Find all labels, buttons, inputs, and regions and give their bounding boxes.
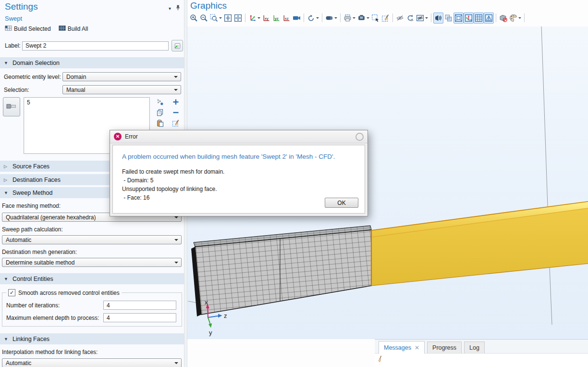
error-dialog-body: A problem occurred when building mesh fe…	[112, 145, 365, 214]
pin-icon[interactable]	[175, 4, 181, 13]
smooth-checkbox[interactable]: ✓	[8, 289, 15, 296]
hide-selected-button[interactable]	[395, 13, 405, 24]
expand-arrow-icon: ▷	[4, 177, 12, 182]
iterations-input[interactable]: 4	[103, 301, 176, 310]
wireframe-button[interactable]	[453, 13, 464, 24]
error-icon: ✕	[114, 133, 122, 140]
selection-list-item[interactable]: 5	[27, 99, 147, 106]
tab-log[interactable]: Log	[464, 342, 485, 353]
paste-button[interactable]	[156, 118, 164, 128]
interpolation-label: Interpolation method for linking faces:	[2, 349, 184, 355]
sweep-path-select[interactable]: Automatic	[2, 235, 182, 244]
reset-hiding-button[interactable]	[405, 13, 415, 24]
ok-button[interactable]: OK	[325, 198, 358, 208]
show-grid-icon	[475, 14, 483, 22]
remove-selection-button[interactable]	[172, 108, 180, 117]
build-selected-icon	[5, 25, 12, 33]
zoom-in-button[interactable]	[189, 13, 199, 24]
zoom-extents-button[interactable]	[223, 13, 233, 24]
zoom-selected-button[interactable]	[233, 13, 243, 24]
build-selected-button[interactable]: Build Selected	[5, 25, 51, 33]
section-label: Sweep Method	[12, 190, 52, 196]
clear-selection-button[interactable]	[172, 118, 180, 128]
triad-y-label: y	[209, 329, 212, 336]
build-all-button[interactable]: Build All	[59, 25, 88, 33]
zoom-out-button[interactable]	[199, 13, 209, 24]
show-grid-button[interactable]	[474, 13, 484, 24]
dropdown-caret-icon	[219, 17, 222, 20]
svg-text:xy: xy	[265, 16, 269, 20]
default-view-button[interactable]	[247, 13, 261, 24]
copy-selection-button[interactable]	[156, 97, 164, 107]
select-box-icon	[371, 14, 380, 22]
sweep-path-value: Automatic	[6, 237, 31, 243]
error-line: - Domain: 5	[122, 176, 356, 185]
color-palette-icon	[509, 14, 517, 22]
camera-icon	[293, 14, 301, 22]
dropdown-caret-icon	[518, 17, 521, 20]
view-xy-icon: xy	[262, 14, 270, 22]
interpolation-select[interactable]: Automatic	[2, 358, 182, 367]
dropdown-caret-icon	[367, 17, 369, 20]
default-view-icon	[248, 14, 257, 22]
color-palette-button[interactable]	[508, 13, 522, 24]
view-xy-button[interactable]: xy	[261, 13, 271, 24]
depth-input[interactable]: 4	[103, 313, 176, 322]
clear-log-button[interactable]	[377, 358, 383, 365]
geometric-entity-select[interactable]: Domain	[62, 72, 181, 81]
error-dialog: ✕ Error A problem occurred when building…	[110, 130, 368, 216]
dropdown-caret-icon	[353, 17, 355, 20]
no-material-icon	[499, 14, 507, 22]
active-selection-icon	[6, 102, 17, 112]
show-mesh-button[interactable]	[484, 13, 494, 24]
selected-domain[interactable]	[371, 201, 588, 286]
wireframe-icon	[454, 14, 463, 22]
close-tab-icon[interactable]: ✕	[415, 345, 419, 351]
active-selection-toggle-button[interactable]	[3, 97, 20, 116]
selection-select[interactable]: Manual	[62, 85, 181, 94]
toolbar-separator	[392, 13, 393, 22]
show-axis-button[interactable]	[464, 13, 474, 24]
reset-hiding-icon	[406, 14, 414, 22]
clear-selection-button[interactable]	[380, 13, 391, 24]
graphics-toolbar: xyyzxz	[187, 11, 588, 25]
view-yz-button[interactable]: yz	[271, 13, 282, 24]
section-linking-faces[interactable]: ▼ Linking Faces	[0, 333, 184, 344]
face-meshing-value: Quadrilateral (generate hexahedra)	[6, 214, 96, 221]
select-box-button[interactable]	[370, 13, 380, 24]
scene-light-icon	[434, 14, 442, 22]
comsol-window: Settings ▾ Swept Build Selected Build A	[0, 0, 588, 367]
camera-button[interactable]	[292, 13, 302, 24]
panel-menu-icon[interactable]: ▾	[169, 6, 171, 11]
error-line: Unsupported topology of linking face.	[122, 185, 356, 193]
error-line: - Face: 16	[122, 193, 356, 202]
rotate-button[interactable]	[306, 13, 320, 24]
go-to-view-icon	[325, 14, 333, 22]
rename-button[interactable]	[172, 40, 183, 51]
image-snapshot-button[interactable]	[356, 13, 370, 24]
feature-name: Swept	[0, 13, 184, 22]
dest-mesh-select[interactable]: Determine suitable method	[2, 258, 182, 267]
tab-progress[interactable]: Progress	[427, 342, 462, 353]
scene-light-button[interactable]	[433, 13, 443, 24]
add-selection-button[interactable]	[172, 97, 180, 107]
settings-title: Settings	[5, 1, 169, 12]
no-material-button[interactable]	[498, 13, 508, 24]
go-to-view-button[interactable]	[324, 13, 338, 24]
copy-button[interactable]	[156, 108, 164, 117]
zoom-box-button[interactable]	[209, 13, 223, 24]
view-xz-button[interactable]: xz	[282, 13, 292, 24]
zoom-in-icon	[190, 14, 198, 22]
tab-messages[interactable]: Messages ✕	[379, 341, 425, 354]
dialog-grip-icon[interactable]	[355, 133, 364, 141]
view-hidden-button[interactable]	[415, 13, 429, 24]
label-input[interactable]: Swept 2	[22, 41, 169, 51]
section-control-entities[interactable]: ▼ Control Entities	[0, 273, 184, 284]
triad-z-label: z	[224, 312, 227, 319]
print-button[interactable]	[343, 13, 356, 24]
transparency-button[interactable]	[443, 13, 453, 24]
error-dialog-titlebar[interactable]: ✕ Error	[110, 130, 368, 143]
toolbar-separator	[496, 13, 496, 22]
section-domain-selection[interactable]: ▼ Domain Selection	[0, 57, 184, 68]
show-mesh-icon	[485, 14, 493, 22]
